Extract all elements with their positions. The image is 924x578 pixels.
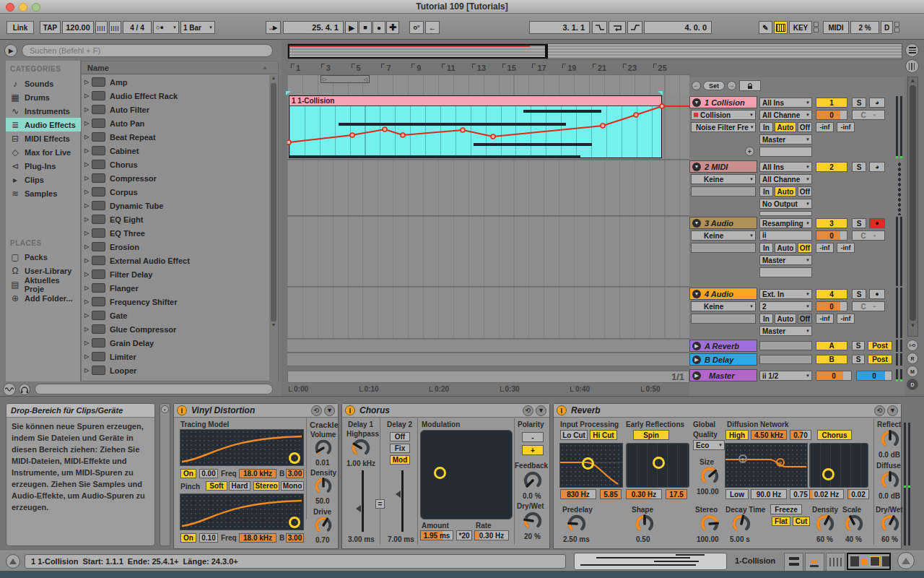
list-item[interactable]: ▷Auto Pan (82, 116, 269, 130)
tracing-on-button[interactable]: On (180, 469, 196, 478)
beat-time-ruler[interactable]: 135791113151719212325 (287, 61, 689, 74)
return-b-post-button[interactable]: Post (868, 355, 892, 364)
key-map-button[interactable]: KEY (789, 21, 812, 34)
track2-solo-button[interactable]: S (852, 162, 866, 172)
return-a-solo-button[interactable]: S (852, 341, 865, 350)
pinch-graph[interactable] (180, 493, 304, 530)
track1-device-chooser-1[interactable]: Collision▼ (691, 110, 756, 120)
pinch-freq-field[interactable]: 18.0 kHz (239, 533, 276, 543)
follow-button[interactable]: ‥▶ (266, 21, 281, 34)
track3-input-type[interactable]: Resampling▼ (759, 218, 812, 228)
loop-end-marker[interactable]: ◁ (364, 77, 367, 82)
track-lane-4[interactable] (287, 288, 689, 339)
track4-crossfade[interactable]: C◄ (852, 301, 885, 311)
list-item[interactable]: ▷Corpus (82, 185, 269, 199)
modulation-xy-pad[interactable] (420, 430, 513, 519)
chorus-on-button[interactable]: Chorus (817, 430, 852, 440)
arrangement-scrollbar[interactable]: ▲ ▼ (907, 77, 918, 337)
device-reverb[interactable]: Reverb ⟲ ▼ Input Processing Lo Cut Hi Cu… (553, 403, 902, 549)
highpass-knob[interactable] (351, 438, 371, 458)
track1-input-channel[interactable]: All Channe▼ (759, 110, 812, 120)
track3-output-channel[interactable] (759, 267, 812, 277)
chorus-header[interactable]: Chorus ⟲ ▼ (342, 404, 549, 418)
fold-icon[interactable]: ▶ (692, 355, 701, 364)
track1-output-channel[interactable] (759, 147, 812, 157)
rate-multiplier-button[interactable]: *20 (456, 530, 472, 540)
reverb-chorus-handle[interactable] (822, 468, 834, 480)
tap-button[interactable]: TAP (40, 21, 61, 34)
track4-monitor-off[interactable]: Off (798, 314, 812, 324)
show-returns-toggle[interactable]: R (907, 353, 918, 364)
locut-button[interactable]: Lo Cut (560, 430, 588, 440)
sidebar-item-aktuelles-proje[interactable]: ▤Aktuelles Proje (6, 277, 81, 291)
high-shelf-button[interactable]: High (725, 430, 749, 440)
track1-input-type[interactable]: All Ins▼ (759, 98, 812, 108)
list-item[interactable]: ▷Audio Effect Rack (82, 89, 269, 103)
track1-number[interactable]: 1 (816, 98, 847, 108)
expand-triangle-icon[interactable]: ▷ (82, 326, 92, 332)
preview-toggle[interactable] (3, 383, 16, 396)
crackle-volume-knob[interactable] (314, 439, 333, 457)
fold-icon[interactable]: ▶ (692, 371, 701, 380)
info-view-toggle[interactable] (6, 554, 20, 569)
automation-arm-button[interactable]: o° (409, 21, 424, 34)
set-button[interactable]: Set (703, 81, 725, 90)
list-item[interactable]: ▷External Audio Effect (82, 254, 269, 267)
input-filter-graph[interactable] (559, 443, 623, 488)
delay2-fix-button[interactable]: Fix (390, 444, 410, 453)
reflect-knob[interactable] (880, 429, 900, 449)
pinch-hard-button[interactable]: Hard (229, 481, 250, 491)
search-input[interactable] (22, 44, 273, 57)
expand-triangle-icon[interactable]: ▷ (82, 285, 92, 291)
expand-triangle-icon[interactable]: ▷ (82, 271, 92, 277)
eq-handle-2[interactable]: 2 (776, 458, 785, 467)
track4-pan-dial[interactable]: 0 (816, 301, 847, 311)
track4-device-chooser[interactable]: Keine▼ (691, 301, 756, 311)
loop-button[interactable] (609, 21, 626, 34)
show-delay-toggle[interactable]: D (907, 379, 918, 390)
sidebar-item-clips[interactable]: ▸Clips (6, 173, 81, 186)
expand-triangle-icon[interactable]: ▷ (82, 367, 92, 374)
clip-overview[interactable] (574, 553, 727, 570)
browser-fold-button[interactable]: ▶ (4, 44, 17, 57)
chorus-amount-field[interactable]: 0.02 (847, 489, 869, 499)
tracing-gain-field[interactable]: 0.00 (199, 469, 218, 478)
list-item[interactable]: ▷EQ Three (82, 226, 269, 240)
track1-monitor-off[interactable]: Off (798, 122, 812, 132)
return-a-number[interactable]: A (816, 341, 847, 350)
metronome-button[interactable]: ○●▼ (153, 21, 179, 34)
track1-device-chooser-2[interactable]: Noise Filter Fre▼ (691, 122, 756, 132)
diffuse-knob[interactable] (880, 470, 900, 491)
track3-volume-right[interactable]: -inf (837, 243, 855, 253)
track2-output-type[interactable]: No Output▼ (759, 199, 812, 209)
overview-view-box[interactable] (288, 44, 548, 59)
expand-triangle-icon[interactable]: ▷ (82, 106, 92, 113)
track3-arm-button[interactable]: ● (869, 218, 885, 228)
stereo-knob[interactable] (699, 514, 720, 534)
device-activator[interactable]: ◐ (161, 405, 169, 413)
spin-amount-field[interactable]: 17.5 (666, 489, 687, 499)
sidebar-item-samples[interactable]: ≋Samples (6, 186, 81, 200)
list-item[interactable]: ▷Looper (82, 363, 269, 377)
arrangement-view-toggle[interactable] (905, 59, 919, 73)
fold-icon[interactable]: ▼ (692, 290, 701, 298)
track1-monitor-in[interactable]: In (759, 122, 773, 132)
list-item[interactable]: ▷EQ Eight (82, 212, 269, 226)
delay2-slider[interactable] (401, 470, 404, 532)
pinch-stereo-button[interactable]: Stereo (253, 481, 279, 491)
reverb-header[interactable]: Reverb ⟲ ▼ (554, 404, 901, 418)
list-item[interactable]: ▷Limiter (82, 350, 269, 363)
nudge-up-button[interactable]: |||| (109, 21, 121, 34)
delay2-off-button[interactable]: Off (390, 432, 410, 441)
track-header-2-midi[interactable]: ▼ 2 MIDI (689, 160, 757, 173)
sidebar-item-sounds[interactable]: ♪Sounds (6, 77, 81, 90)
predelay-knob[interactable] (567, 514, 587, 534)
expand-triangle-icon[interactable]: ▷ (82, 243, 92, 250)
track3-monitor-in[interactable]: In (759, 243, 773, 253)
density-knob[interactable] (815, 514, 835, 534)
expand-triangle-icon[interactable]: ▷ (82, 147, 92, 154)
scrollbar-thumb[interactable] (910, 85, 916, 321)
computer-midi-keyboard-button[interactable] (774, 21, 788, 34)
track3-device-chooser[interactable]: Keine▼ (691, 230, 756, 241)
expand-triangle-icon[interactable]: ▷ (82, 312, 92, 319)
